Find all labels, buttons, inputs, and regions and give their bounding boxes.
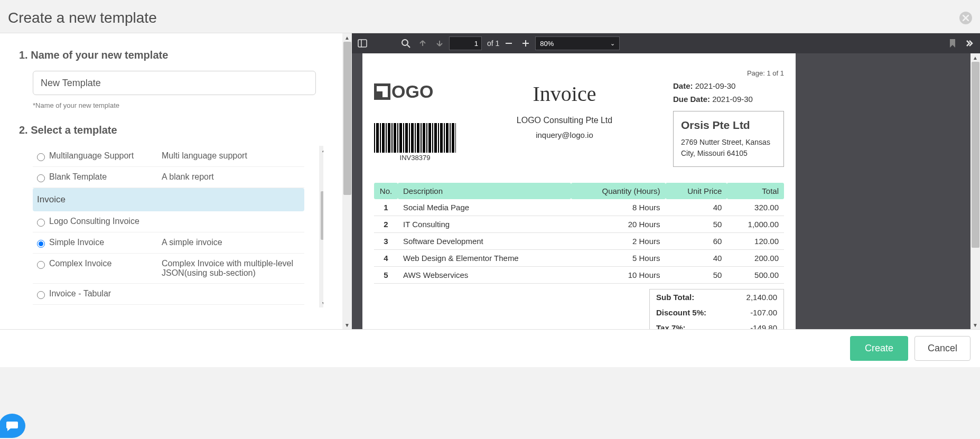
more-tools-button[interactable]	[962, 36, 977, 51]
zoom-select[interactable]: 80% ⌄	[535, 36, 620, 50]
modal-footer: Create Cancel	[0, 329, 980, 367]
pdf-viewer-toolbar: of 1 80% ⌄	[352, 33, 980, 53]
invoice-logo: OGO	[374, 81, 456, 102]
template-option[interactable]: Complex Invoice Complex Invoice with mul…	[33, 254, 304, 284]
pdf-viewer-stage[interactable]: Page: 1 of 1 OGO INV38379 Invoice LOGO C…	[352, 53, 980, 329]
prev-page-button[interactable]	[415, 36, 430, 51]
template-radio[interactable]	[37, 153, 45, 161]
template-radio[interactable]	[37, 291, 45, 299]
right-panel: of 1 80% ⌄ Page: 1 of 1	[352, 33, 980, 329]
template-name: Multilanguage Support	[49, 151, 157, 161]
chat-bubble-button[interactable]	[0, 414, 25, 438]
cancel-button[interactable]: Cancel	[914, 336, 970, 361]
zoom-in-button[interactable]	[518, 36, 533, 51]
next-page-button[interactable]	[432, 36, 447, 51]
viewer-scrollbar[interactable]: ▲ ▼	[970, 53, 980, 329]
template-name-help: *Name of your new template	[33, 101, 323, 109]
table-row: 2IT Consulting20 Hours501,000.00	[374, 216, 784, 233]
template-option[interactable]: Logo Consulting Invoice	[33, 211, 304, 232]
barcode-icon	[374, 123, 456, 153]
template-desc: A simple invoice	[162, 238, 300, 247]
template-radio[interactable]	[37, 240, 45, 248]
col-price: Unit Price	[666, 183, 727, 199]
template-option[interactable]: Simple Invoice A simple invoice	[33, 232, 304, 254]
template-list-wrap: Multilanguage Support Multi language sup…	[33, 146, 323, 307]
template-desc: Complex Invoice with multiple-level JSON…	[162, 259, 300, 278]
barcode-text: INV38379	[374, 154, 456, 162]
template-list: Multilanguage Support Multi language sup…	[33, 146, 304, 305]
template-option[interactable]: Blank Template A blank report	[33, 167, 304, 188]
due-date-value: 2021-09-30	[712, 95, 753, 104]
close-button[interactable]	[959, 12, 972, 24]
template-name: Simple Invoice	[49, 238, 157, 247]
step1-heading: 1. Name of your new template	[19, 49, 323, 61]
list-scroll-down[interactable]: ▼	[319, 299, 323, 307]
chevron-down-icon: ⌄	[610, 40, 615, 47]
date-label: Date:	[673, 81, 693, 90]
bookmark-button[interactable]	[945, 36, 960, 51]
toggle-sidebar-button[interactable]	[355, 36, 370, 51]
client-address: 2769 Nutter Street, Kansas City, Missour…	[681, 137, 776, 159]
scroll-down-icon[interactable]: ▼	[342, 321, 352, 329]
svg-rect-0	[358, 40, 367, 47]
template-desc: Multi language support	[162, 151, 300, 161]
step2-heading: 2. Select a template	[19, 124, 323, 136]
template-option[interactable]: Invoice - Tabular	[33, 284, 304, 305]
page-number-input[interactable]	[449, 36, 482, 50]
invoice-table: No. Description Quantity (Hours) Unit Pr…	[374, 183, 784, 284]
template-name: Blank Template	[49, 172, 157, 182]
svg-point-2	[402, 40, 408, 45]
left-panel: 1. Name of your new template *Name of yo…	[0, 33, 342, 329]
template-category: Invoice	[33, 188, 304, 211]
list-scrollbar-thumb[interactable]	[321, 191, 323, 240]
viewer-scrollbar-thumb[interactable]	[972, 62, 979, 248]
pdf-page-number: Page: 1 of 1	[374, 69, 784, 77]
client-box: Orsis Pte Ltd 2769 Nutter Street, Kansas…	[673, 111, 784, 167]
modal-title: Create a new template	[8, 10, 157, 26]
table-row: 1Social Media Page8 Hours40320.00	[374, 199, 784, 216]
search-button[interactable]	[398, 36, 413, 51]
scroll-up-icon[interactable]: ▲	[342, 33, 352, 42]
table-row: 3Software Development2 Hours60120.00	[374, 233, 784, 250]
col-total: Total	[727, 183, 784, 199]
invoice-email: inquery@logo.io	[517, 130, 612, 139]
logo-box-icon	[374, 83, 390, 100]
date-value: 2021-09-30	[695, 81, 736, 90]
table-row: 4Web Design & Elementor Theme5 Hours4020…	[374, 250, 784, 267]
table-row: 5AWS Webservices10 Hours50500.00	[374, 267, 784, 284]
col-no: No.	[374, 183, 398, 199]
create-button[interactable]: Create	[850, 336, 908, 361]
invoice-company: LOGO Consulting Pte Ltd	[517, 116, 612, 125]
page-of-text: of 1	[487, 39, 499, 48]
viewer-scroll-down[interactable]: ▼	[970, 321, 980, 329]
col-desc: Description	[398, 183, 571, 199]
scrollbar-thumb[interactable]	[343, 42, 351, 195]
template-desc: A blank report	[162, 172, 300, 182]
modal-body: 1. Name of your new template *Name of yo…	[0, 33, 980, 329]
template-radio[interactable]	[37, 219, 45, 227]
zoom-value: 80%	[540, 40, 554, 48]
template-name: Invoice - Tabular	[49, 289, 157, 298]
viewer-scroll-up[interactable]: ▲	[970, 53, 980, 62]
template-radio[interactable]	[37, 261, 45, 269]
modal-header: Create a new template	[0, 0, 980, 33]
template-option[interactable]: Multilanguage Support Multi language sup…	[33, 146, 304, 167]
list-scrollbar-track[interactable]	[319, 154, 323, 299]
pdf-page: Page: 1 of 1 OGO INV38379 Invoice LOGO C…	[362, 53, 796, 329]
template-name: Logo Consulting Invoice	[49, 217, 157, 226]
logo-text: OGO	[391, 81, 433, 102]
col-qty: Quantity (Hours)	[571, 183, 666, 199]
template-name: Complex Invoice	[49, 259, 157, 268]
client-name: Orsis Pte Ltd	[681, 119, 776, 132]
svg-line-3	[407, 45, 410, 48]
zoom-out-button[interactable]	[501, 36, 516, 51]
list-scroll-up[interactable]: ▲	[319, 146, 323, 154]
due-date-label: Due Date:	[673, 95, 710, 104]
table-header-row: No. Description Quantity (Hours) Unit Pr…	[374, 183, 784, 199]
invoice-title: Invoice	[517, 81, 612, 106]
template-name-input[interactable]	[33, 71, 316, 95]
left-outer-scrollbar[interactable]: ▲ ▼	[342, 33, 352, 329]
invoice-summary: Sub Total:2,140.00 Discount 5%:-107.00 T…	[649, 289, 784, 329]
template-radio[interactable]	[37, 174, 45, 182]
